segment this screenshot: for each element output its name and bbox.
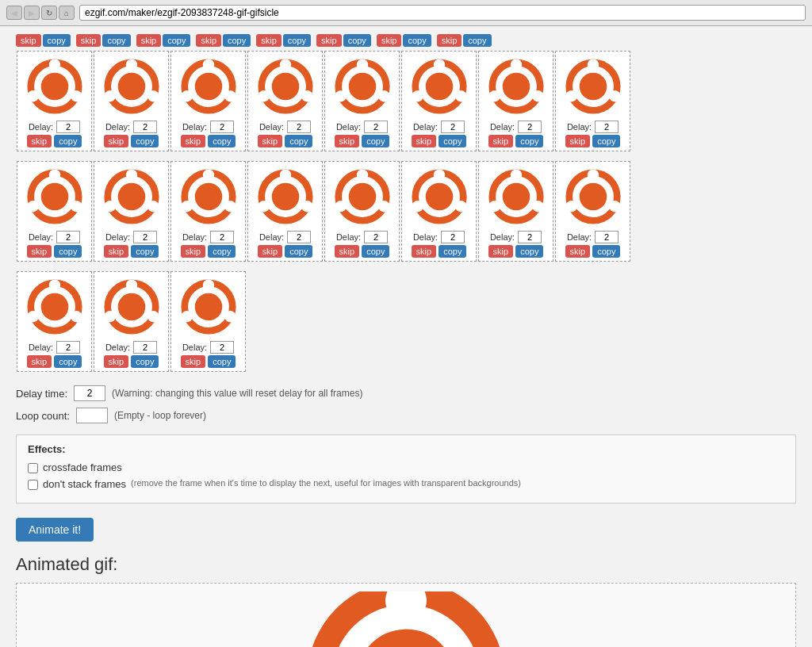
skip-btn-16[interactable]: skip [565,245,591,258]
skip-btn-6[interactable]: skip [412,135,437,147]
copy-btn-1[interactable]: copy [54,135,82,147]
delay-input-3[interactable] [210,121,234,133]
skip-btn-3[interactable]: skip [181,135,206,147]
skip-button-top-7[interactable]: skip [377,34,402,47]
copy-btn-13[interactable]: copy [362,245,389,258]
svg-point-13 [181,90,192,101]
skip-button-top-1[interactable]: skip [16,34,41,47]
refresh-button[interactable]: ↻ [41,6,57,20]
frame-5: Delay: skip copy [324,51,400,151]
skip-btn-15[interactable]: skip [488,245,514,258]
svg-point-58 [258,201,269,212]
svg-point-29 [455,90,466,101]
copy-button-top-2[interactable]: copy [102,34,130,47]
delay-input-4[interactable] [287,121,311,133]
crossfade-checkbox[interactable] [28,463,38,473]
skip-button-top-2[interactable]: skip [76,34,102,47]
delay-input-16[interactable] [595,231,619,243]
dont-stack-checkbox[interactable] [28,480,38,490]
skip-btn-7[interactable]: skip [488,135,514,147]
copy-btn-5[interactable]: copy [362,135,389,147]
address-bar[interactable] [79,5,806,21]
skip-btn-10[interactable]: skip [104,245,129,258]
delay-time-input[interactable] [74,385,105,401]
skip-btn-11[interactable]: skip [181,245,206,258]
loop-count-input[interactable] [76,408,108,423]
copy-btn-18[interactable]: copy [131,355,159,368]
delay-input-6[interactable] [441,121,465,133]
delay-input-19[interactable] [210,341,234,354]
skip-btn-12[interactable]: skip [258,245,283,258]
frame-14: Delay: skip copy [401,161,477,262]
animate-button[interactable]: Animate it! [16,518,94,542]
copy-btn-19[interactable]: copy [208,355,236,368]
skip-btn-17[interactable]: skip [27,355,52,368]
delay-label-18: Delay: [105,343,130,352]
svg-point-34 [532,90,543,101]
delay-input-2[interactable] [133,121,157,133]
btn-row-5: skip copy [335,135,390,147]
copy-btn-7[interactable]: copy [515,135,543,147]
skip-btn-19[interactable]: skip [181,355,206,368]
copy-btn-3[interactable]: copy [208,135,236,147]
skip-button-top-3[interactable]: skip [136,34,162,47]
copy-button-top-5[interactable]: copy [283,34,311,47]
skip-btn-1[interactable]: skip [27,135,52,147]
copy-btn-16[interactable]: copy [592,245,620,258]
svg-point-9 [147,90,159,101]
skip-btn-2[interactable]: skip [104,135,129,147]
skip-btn-9[interactable]: skip [27,245,52,258]
copy-button-top-8[interactable]: copy [463,34,491,47]
delay-input-14[interactable] [441,231,465,243]
delay-input-10[interactable] [133,231,157,243]
skip-button-top-4[interactable]: skip [196,34,221,47]
copy-btn-2[interactable]: copy [131,135,159,147]
copy-btn-14[interactable]: copy [439,245,466,258]
copy-button-top-6[interactable]: copy [343,34,371,47]
skip-button-top-6[interactable]: skip [316,34,342,47]
delay-input-8[interactable] [595,121,619,133]
copy-button-top-3[interactable]: copy [163,34,190,47]
skip-btn-8[interactable]: skip [565,135,591,147]
back-button[interactable]: ◀ [6,6,22,20]
delay-input-11[interactable] [210,231,234,243]
home-button[interactable]: ⌂ [59,6,75,20]
delay-input-18[interactable] [133,341,157,354]
delay-time-hint: (Warning: changing this value will reset… [112,388,362,399]
btn-row-17: skip copy [27,355,82,368]
copy-btn-12[interactable]: copy [285,245,312,258]
copy-btn-6[interactable]: copy [439,135,466,147]
forward-button[interactable]: ▶ [24,6,40,20]
skip-btn-13[interactable]: skip [335,245,360,258]
skip-btn-5[interactable]: skip [335,135,360,147]
frame-image-8 [561,55,625,118]
copy-btn-4[interactable]: copy [285,135,312,147]
copy-btn-17[interactable]: copy [54,355,82,368]
copy-button-top-1[interactable]: copy [43,34,71,47]
copy-btn-8[interactable]: copy [592,135,620,147]
delay-input-13[interactable] [364,231,388,243]
copy-btn-10[interactable]: copy [131,245,159,258]
copy-btn-9[interactable]: copy [54,245,82,258]
delay-input-17[interactable] [56,341,80,354]
delay-input-5[interactable] [364,121,388,133]
delay-input-15[interactable] [518,231,542,243]
delay-row-14: Delay: [413,231,465,243]
copy-btn-11[interactable]: copy [208,245,236,258]
copy-button-top-4[interactable]: copy [223,34,251,47]
skip-btn-14[interactable]: skip [412,245,437,258]
delay-label-13: Delay: [336,232,361,242]
copy-button-top-7[interactable]: copy [403,34,431,47]
skip-button-top-8[interactable]: skip [437,34,462,47]
delay-input-1[interactable] [56,121,80,133]
skip-button-top-5[interactable]: skip [256,34,282,47]
btn-row-4: skip copy [258,135,313,147]
delay-row-7: Delay: [490,121,542,133]
btn-row-1: skip copy [27,135,82,147]
delay-input-7[interactable] [518,121,542,133]
copy-btn-15[interactable]: copy [515,245,543,258]
delay-input-12[interactable] [287,231,311,243]
skip-btn-18[interactable]: skip [104,355,129,368]
delay-input-9[interactable] [56,231,80,243]
skip-btn-4[interactable]: skip [258,135,283,147]
